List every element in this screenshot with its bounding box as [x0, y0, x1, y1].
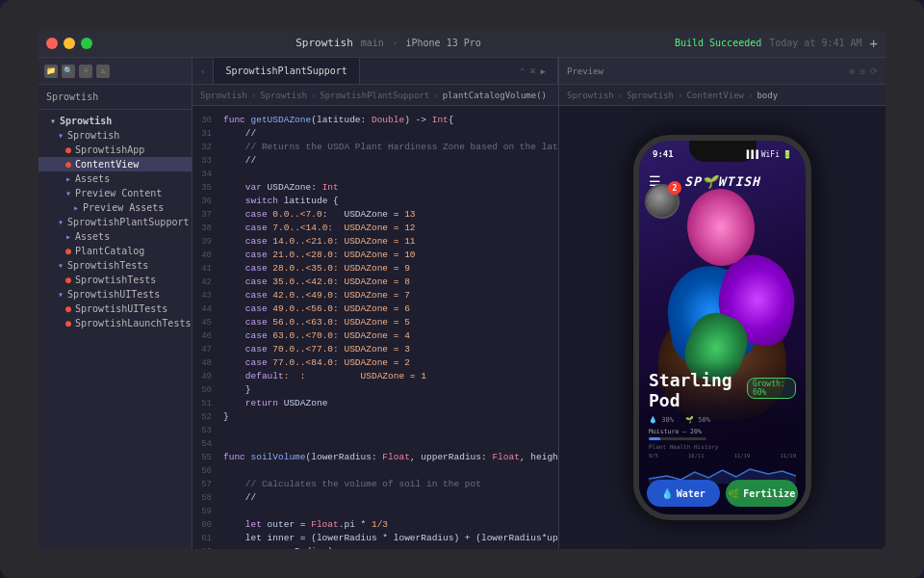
right-panel: Preview ⊕ ⊟ ⟳ Sprowtish › Sprowtish › Co…: [558, 58, 886, 549]
wifi-icon: WiFi: [761, 150, 780, 159]
moisture-bar: [649, 437, 706, 440]
title-separator: ›: [392, 37, 398, 49]
source-control-icon[interactable]: ⑂: [79, 65, 92, 78]
build-time: Today at 9:41 AM: [769, 38, 861, 48]
maximize-button[interactable]: [81, 38, 92, 49]
add-button[interactable]: +: [870, 36, 878, 51]
rp-body: body: [757, 91, 778, 100]
title-bar-right: Build Succeeded Today at 9:41 AM +: [675, 36, 878, 51]
signal-icon: ▐▐▐: [744, 150, 757, 159]
tab-controls[interactable]: ⌃ ⌘ ▶: [508, 58, 558, 84]
water-button[interactable]: 💧 Water: [647, 480, 720, 507]
moisture-percent: 20%: [690, 428, 702, 435]
sidebar-item-label: Preview Assets: [83, 202, 164, 213]
status-time: 9:41: [653, 149, 674, 159]
date-3: 11/19: [734, 453, 751, 459]
sidebar-item-sprowtish[interactable]: ▾ Sprowtish: [38, 128, 192, 143]
status-bar: 9:41 ▐▐▐ WiFi 🔋: [639, 146, 806, 162]
editor-breadcrumb: Sprowtish › Sprowtish › SprowtishPlantSu…: [192, 85, 558, 106]
sidebar-item-label: Assets: [75, 231, 110, 242]
minimize-button[interactable]: [64, 38, 75, 49]
sidebar-item-label: SprowtishTests: [75, 275, 156, 285]
iphone-device: 9:41 ▐▐▐ WiFi 🔋 ☰ SP🌱WTISH: [633, 135, 811, 520]
plant-growth: Growth: 60%: [747, 378, 796, 399]
sidebar-item-uitests-file[interactable]: ● SprowtishUITests: [38, 302, 192, 316]
sidebar-nav: Sprowtish: [38, 85, 192, 110]
traffic-lights: [46, 38, 92, 49]
file-tree: ▾ Sprowtish ▾ Sprowtish ● SprowtishApp ●…: [38, 110, 192, 549]
tab-previous[interactable]: ‹: [192, 58, 214, 84]
sidebar-item-label: SprowtishLaunchTests: [75, 318, 191, 328]
sidebar-item-preview-content[interactable]: ▾ Preview Content: [38, 186, 192, 200]
folder-icon: ▸: [65, 231, 71, 242]
breadcrumb-plantsupport: SprowtishPlantSupport: [320, 91, 429, 100]
folder-icon[interactable]: 📁: [44, 65, 58, 78]
sidebar-item-label: SprowtishUITests: [75, 303, 167, 314]
sidebar-item-label: SprowtishTests: [67, 260, 148, 271]
laptop-screen: Sprowtish main › iPhone 13 Pro Build Suc…: [38, 29, 886, 549]
notification-count: 2: [673, 184, 678, 193]
sidebar-item-label: PlantCatalog: [75, 246, 144, 256]
swift-icon: ●: [65, 159, 71, 170]
rp-breadcrumb: Sprowtish: [567, 91, 614, 100]
date-1: 9/5: [649, 453, 658, 459]
toolbar-controls[interactable]: ⊕ ⊟ ⟳: [849, 66, 878, 76]
sidebar-item-preview-assets[interactable]: ▸ Preview Assets: [38, 200, 192, 215]
sidebar-item-label: ContentView: [75, 159, 139, 170]
folder-icon: ▸: [73, 202, 79, 213]
sidebar-item-plantsupport[interactable]: ▾ SprowtishPlantSupport: [38, 215, 192, 229]
sidebar-item-tests-file[interactable]: ● SprowtishTests: [38, 273, 192, 287]
code-area[interactable]: 3031323334353637383940414243444546474849…: [192, 106, 558, 549]
folder-icon: ▾: [58, 130, 64, 141]
plant-name: Starling Pod: [649, 370, 741, 410]
sidebar-item-launchtests[interactable]: ● SprowtishLaunchTests: [38, 316, 192, 330]
swift-icon: ●: [65, 318, 71, 328]
main-content: 📁 🔍 ⑂ ⚠ Sprowtish ▾ Sprowtish ▾ Sprowtis…: [38, 58, 886, 549]
moisture-text: Moisture: [649, 428, 679, 435]
preview-label: Preview: [567, 66, 603, 76]
fertilize-button[interactable]: 🌿 Fertilize: [726, 480, 799, 507]
folder-icon: ▸: [65, 173, 71, 184]
moisture-label: Moisture — 20%: [649, 428, 796, 435]
notification-badge: 2: [668, 181, 681, 195]
sidebar-item-contentview[interactable]: ● ContentView: [38, 157, 192, 171]
swift-icon: ●: [65, 246, 71, 256]
editor-tabs: ‹ SprowtishPlantSupport ⌃ ⌘ ▶: [192, 58, 558, 85]
sidebar-toolbar: 📁 🔍 ⑂ ⚠: [38, 58, 192, 85]
folder-expand-icon: ▾: [50, 116, 56, 126]
tab-sprowtishplantsupport[interactable]: SprowtishPlantSupport: [214, 58, 359, 84]
close-button[interactable]: [46, 38, 58, 49]
sidebar-nav-label: Sprowtish: [46, 92, 98, 102]
fertilize-icon: 🌿: [728, 488, 739, 499]
chart-dates: 9/5 10/11 11/19 11/19: [649, 453, 796, 459]
sidebar-item-label: Assets: [75, 173, 110, 184]
sidebar-item-sprowtishapp[interactable]: ● SprowtishApp: [38, 143, 192, 157]
date-4: 11/19: [780, 453, 796, 459]
right-panel-breadcrumb: Sprowtish › Sprowtish › ContentView › bo…: [559, 85, 886, 106]
right-panel-toolbar: Preview ⊕ ⊟ ⟳: [559, 58, 886, 85]
code-content[interactable]: func getUSDAZone(latitude: Double) -> In…: [219, 106, 558, 549]
sidebar-item-assets[interactable]: ▸ Assets: [38, 171, 192, 186]
moisture-dash: —: [682, 428, 690, 435]
search-icon[interactable]: 🔍: [62, 65, 75, 78]
water-icon: 💧: [661, 488, 673, 499]
sidebar: 📁 🔍 ⑂ ⚠ Sprowtish ▾ Sprowtish ▾ Sprowtis…: [38, 58, 192, 549]
sidebar-item-uitests[interactable]: ▾ SprowtishUITests: [38, 287, 192, 302]
sidebar-item-label: SprowtishUITests: [67, 289, 160, 300]
simulator-container: 9:41 ▐▐▐ WiFi 🔋 ☰ SP🌱WTISH: [559, 106, 886, 549]
sidebar-item-plantcatalog[interactable]: ● PlantCatalog: [38, 244, 192, 258]
sidebar-item-tests[interactable]: ▾ SprowtishTests: [38, 258, 192, 273]
rp-sprowtish: Sprowtish: [627, 91, 674, 100]
line-numbers: 3031323334353637383940414243444546474849…: [192, 106, 219, 549]
water-label: Water: [677, 488, 706, 499]
project-subtitle: main: [361, 38, 384, 48]
sidebar-item-label: SprowtishPlantSupport: [67, 217, 189, 227]
action-buttons: 💧 Water 🌿 Fertilize: [647, 480, 798, 507]
sidebar-item-assets2[interactable]: ▸ Assets: [38, 229, 192, 244]
sidebar-item-sprowtish-root[interactable]: ▾ Sprowtish: [38, 114, 192, 128]
date-2: 10/11: [688, 453, 705, 459]
sidebar-item-label: Sprowtish: [67, 130, 119, 141]
folder-icon: ▾: [58, 289, 64, 300]
sidebar-item-label: SprowtishApp: [75, 144, 144, 155]
warning-icon[interactable]: ⚠: [96, 65, 110, 78]
